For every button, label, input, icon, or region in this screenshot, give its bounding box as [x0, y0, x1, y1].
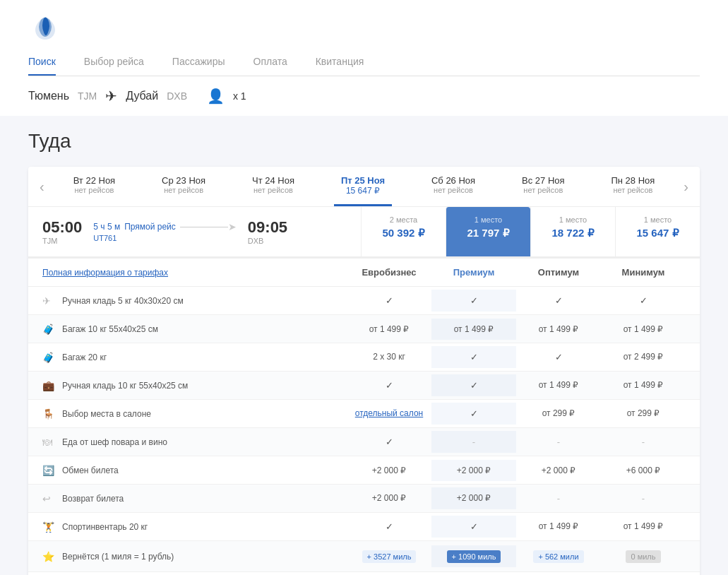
- row-4-icon: 🪑: [42, 408, 56, 420]
- row-2-label-cell: 🧳 Багаж 20 кг: [42, 346, 347, 369]
- date-item-3[interactable]: Пт 25 Ноя 15 647 ₽: [334, 167, 392, 206]
- row-1-values: от 1 499 ₽ от 1 499 ₽ от 1 499 ₽ от 1 49…: [347, 319, 686, 340]
- row-7-val-1: +2 000 ₽: [431, 487, 516, 509]
- premium-price[interactable]: 21 797 ₽: [458, 227, 519, 239]
- row-4-val-0: отдельный салон: [347, 403, 431, 425]
- date-items: Вт 22 Ноя нет рейсов Ср 23 Ноя нет рейсо…: [50, 167, 679, 206]
- row-0-label: Ручная кладь 5 кг 40х30х20 см: [62, 296, 184, 306]
- premium-seats: 1 место: [458, 215, 519, 224]
- row-miles-val-3: 0 миль: [601, 545, 686, 567]
- passenger-count: x 1: [233, 90, 246, 102]
- nav-search[interactable]: Поиск: [28, 56, 56, 76]
- row-1-val-3: от 1 499 ₽: [601, 319, 686, 340]
- row-5-label: Еда от шеф повара и вино: [62, 437, 167, 447]
- separate-salon-link[interactable]: отдельный салон: [355, 408, 423, 418]
- eurobiz-price[interactable]: 50 392 ₽: [373, 227, 434, 239]
- row-miles-label: Вернётся (1 миля = 1 рубль): [62, 552, 174, 562]
- row-2-val-3: от 2 499 ₽: [601, 346, 686, 368]
- row-4-val-3: от 299 ₽: [601, 403, 686, 425]
- col-header-minimum: Минимум: [601, 259, 686, 286]
- row-6-label: Обмен билета: [62, 466, 119, 475]
- row-4-values: отдельный салон ✓ от 299 ₽ от 299 ₽: [347, 403, 686, 425]
- prev-date-button[interactable]: ‹: [34, 170, 50, 203]
- nav-select-flight[interactable]: Выбор рейса: [84, 56, 144, 76]
- best-value-spacer: [42, 572, 347, 575]
- row-7-val-2: -: [516, 487, 601, 509]
- dest-city: Дубай: [126, 90, 158, 102]
- date-item-6[interactable]: Пн 28 Ноя нет рейсов: [604, 167, 662, 206]
- row-3-icon: 💼: [42, 380, 56, 391]
- nav-receipt[interactable]: Квитанция: [316, 56, 364, 76]
- main-content: Туда ‹ Вт 22 Ноя нет рейсов Ср 23 Ноя не…: [0, 116, 728, 575]
- origin-city: Тюмень: [28, 90, 69, 102]
- tariff-header: Полная информация о тарифах Евробизнес П…: [28, 259, 700, 287]
- row-8-val-0: ✓: [347, 516, 431, 538]
- price-optimum: 1 место 18 722 ₽: [530, 207, 615, 256]
- date-item-5[interactable]: Вс 27 Ноя нет рейсов: [515, 167, 572, 206]
- row-2-label: Багаж 20 кг: [62, 352, 107, 362]
- date-item-4[interactable]: Сб 26 Ноя нет рейсов: [424, 167, 482, 206]
- row-6-val-3: +6 000 ₽: [601, 460, 686, 481]
- navigation: Поиск Выбор рейса Пассажиры Оплата Квита…: [28, 56, 700, 76]
- date-item-2[interactable]: Чт 24 Ноя нет рейсов: [245, 167, 302, 206]
- best-value-cols: ВЫГОДНО: [347, 572, 686, 575]
- row-2-val-0: 2 х 30 кг: [347, 346, 431, 368]
- tariff-section: Полная информация о тарифах Евробизнес П…: [28, 259, 700, 575]
- col-header-optimum: Оптимум: [516, 259, 601, 286]
- row-8-values: ✓ ✓ от 1 499 ₽ от 1 499 ₽: [347, 516, 686, 538]
- flight-middle: 5 ч 5 м Прямой рейс ➤ UT761: [93, 221, 237, 242]
- row-4-label-cell: 🪑 Выбор места в салоне: [42, 403, 347, 425]
- row-miles-icon: ⭐: [42, 551, 56, 562]
- row-0-label-cell: ✈ Ручная кладь 5 кг 40х30х20 см: [42, 290, 347, 312]
- row-5-val-3: -: [601, 431, 686, 453]
- date-item-1[interactable]: Ср 23 Ноя нет рейсов: [155, 167, 213, 206]
- row-3-val-0: ✓: [347, 374, 431, 396]
- row-1-val-1: от 1 499 ₽: [431, 319, 516, 340]
- row-7-val-0: +2 000 ₽: [347, 487, 431, 509]
- row-3-label-cell: 💼 Ручная кладь 10 кг 55х40х25 см: [42, 374, 347, 397]
- date-item-0[interactable]: Вт 22 Ноя нет рейсов: [66, 167, 123, 206]
- optimum-price[interactable]: 18 722 ₽: [542, 227, 604, 239]
- best-val-minimum: [601, 572, 686, 575]
- row-3-val-2: от 1 499 ₽: [516, 374, 601, 396]
- tariff-info-link[interactable]: Полная информация о тарифах: [42, 268, 168, 278]
- section-title: Туда: [28, 130, 700, 153]
- tariff-row-7: ↩ Возврат билета +2 000 ₽ +2 000 ₽ - -: [28, 485, 700, 513]
- route-arrow-icon: ✈: [105, 88, 117, 105]
- price-columns: 2 места 50 392 ₽ 1 место 21 797 ₽ 1 мест…: [361, 207, 700, 256]
- depart-block: 05:00 TJM: [42, 218, 82, 245]
- row-6-val-0: +2 000 ₽: [347, 460, 431, 481]
- row-0-val-3: ✓: [601, 290, 686, 312]
- minimum-price[interactable]: 15 647 ₽: [627, 227, 688, 239]
- row-7-label: Возврат билета: [62, 494, 124, 504]
- miles-badge-optimum: + 562 мили: [533, 550, 583, 563]
- row-6-val-1: +2 000 ₽: [431, 460, 516, 481]
- row-3-label: Ручная кладь 10 кг 55х40х25 см: [62, 381, 188, 391]
- tariff-col-headers: Евробизнес Премиум Оптимум Минимум: [347, 259, 686, 286]
- tariff-row-8: 🏋 Спортинвентарь 20 кг ✓ ✓ от 1 499 ₽ от…: [28, 513, 700, 541]
- row-6-icon: 🔄: [42, 465, 56, 476]
- depart-code: TJM: [42, 237, 82, 245]
- nav-payment[interactable]: Оплата: [253, 56, 287, 76]
- row-miles-label-cell: ⭐ Вернётся (1 миля = 1 рубль): [42, 545, 347, 568]
- best-val-eurobiz: [347, 572, 431, 575]
- row-7-val-3: -: [601, 487, 686, 509]
- row-1-label-cell: 🧳 Багаж 10 кг 55х40х25 см: [42, 318, 347, 340]
- col-header-eurobiz: Евробизнес: [347, 259, 431, 286]
- row-8-val-3: от 1 499 ₽: [601, 516, 686, 538]
- row-4-val-2: от 299 ₽: [516, 403, 601, 425]
- row-5-val-2: -: [516, 431, 601, 453]
- tariff-row-3: 💼 Ручная кладь 10 кг 55х40х25 см ✓ ✓ от …: [28, 372, 700, 400]
- depart-time: 05:00: [42, 218, 82, 237]
- nav-passengers[interactable]: Пассажиры: [172, 56, 225, 76]
- row-4-val-1: ✓: [431, 403, 516, 425]
- eurobiz-seats: 2 места: [373, 215, 434, 224]
- tariff-row-0: ✈ Ручная кладь 5 кг 40х30х20 см ✓ ✓ ✓ ✓: [28, 287, 700, 315]
- flight-number: UT761: [93, 234, 237, 242]
- next-date-button[interactable]: ›: [678, 170, 694, 203]
- row-8-val-2: от 1 499 ₽: [516, 516, 601, 538]
- miles-badge-premium: + 1090 миль: [447, 550, 501, 563]
- arrive-block: 09:05 DXB: [248, 218, 287, 245]
- tariff-row-2: 🧳 Багаж 20 кг 2 х 30 кг ✓ ✓ от 2 499 ₽: [28, 343, 700, 372]
- row-0-val-1: ✓: [431, 290, 516, 312]
